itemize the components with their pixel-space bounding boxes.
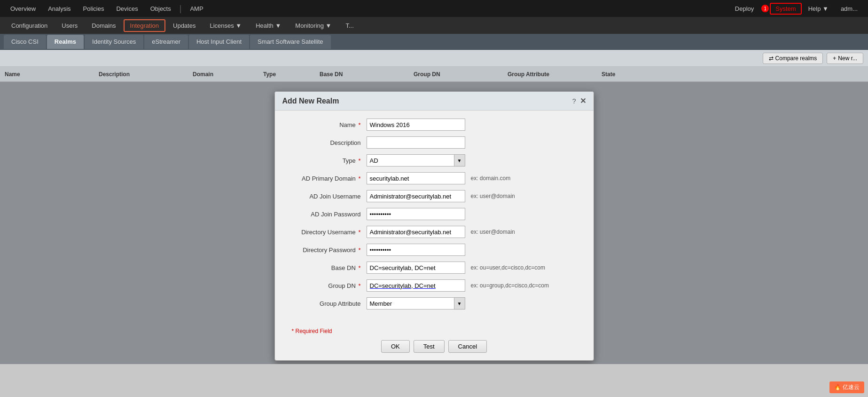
nav-objects[interactable]: Objects — [145, 2, 177, 15]
system-button[interactable]: System — [770, 3, 801, 15]
tab-smart-software[interactable]: Smart Software Satellite — [250, 35, 330, 49]
top-navigation: Overview Analysis Policies Devices Objec… — [0, 0, 868, 17]
help-icon[interactable]: ? — [572, 97, 576, 105]
help-button[interactable]: Help ▼ — [803, 2, 834, 15]
close-icon[interactable]: ✕ — [580, 96, 586, 105]
base-dn-input[interactable] — [367, 262, 465, 274]
tab-realms[interactable]: Realms — [47, 35, 84, 49]
ad-join-password-input[interactable] — [367, 208, 465, 220]
tab-identity-sources[interactable]: Identity Sources — [85, 35, 143, 49]
tab-host-input[interactable]: Host Input Client — [189, 35, 249, 49]
nav-analysis[interactable]: Analysis — [42, 2, 76, 15]
second-navigation: Configuration Users Domains Integration … — [0, 17, 868, 34]
cancel-button[interactable]: Cancel — [448, 340, 487, 353]
ad-join-password-label: AD Join Password — [284, 211, 367, 218]
group-dn-label: Group DN * — [284, 282, 367, 289]
description-label: Description — [284, 139, 367, 146]
tab-cisco-csi[interactable]: Cisco CSI — [4, 35, 46, 49]
nav-configuration[interactable]: Configuration — [5, 19, 54, 32]
modal-overlay: Add New Realm ? ✕ Name * Description — [0, 82, 868, 364]
nav-t[interactable]: T... — [339, 19, 360, 32]
nav-separator: | — [178, 4, 184, 14]
ad-join-username-hint: ex: user@domain — [471, 193, 515, 199]
nav-domains[interactable]: Domains — [85, 19, 122, 32]
type-select[interactable]: AD LDAP — [367, 154, 465, 167]
plus-icon: + — [833, 55, 836, 62]
nav-devices[interactable]: Devices — [110, 2, 143, 15]
directory-password-input[interactable] — [367, 244, 465, 256]
description-input[interactable] — [367, 136, 465, 149]
name-label: Name * — [284, 121, 367, 128]
notification-badge[interactable]: 1 — [761, 5, 769, 12]
directory-username-label: Directory Username * — [284, 229, 367, 236]
col-groupattr: Group Attribute — [508, 71, 602, 78]
modal-footer: * Required Field OK Test Cancel — [275, 322, 594, 360]
directory-password-row: Directory Password * — [284, 243, 584, 256]
name-input[interactable] — [367, 119, 465, 131]
name-row: Name * — [284, 118, 584, 131]
group-attribute-select[interactable]: Member memberOf uniqueMember — [367, 297, 465, 310]
ad-join-username-label: AD Join Username — [284, 193, 367, 200]
nav-licenses[interactable]: Licenses ▼ — [203, 19, 248, 32]
main-content: Add New Realm ? ✕ Name * Description — [0, 82, 868, 364]
tab-bar: Cisco CSI Realms Identity Sources eStrea… — [0, 34, 868, 50]
ad-primary-domain-row: AD Primary Domain * ex: domain.com — [284, 172, 584, 185]
type-label: Type * — [284, 157, 367, 164]
ad-primary-domain-hint: ex: domain.com — [471, 175, 511, 182]
modal-buttons: OK Test Cancel — [282, 340, 586, 353]
col-state: State — [602, 71, 649, 78]
group-dn-hint: ex: ou=group,dc=cisco,dc=com — [471, 282, 549, 289]
description-row: Description — [284, 136, 584, 149]
nav-integration[interactable]: Integration — [124, 19, 165, 32]
required-note: * Required Field — [282, 328, 586, 334]
top-nav-right: Deploy 1 System Help ▼ adm... — [729, 2, 863, 15]
nav-amp[interactable]: AMP — [184, 2, 209, 15]
base-dn-row: Base DN * ex: ou=user,dc=cisco,dc=com — [284, 261, 584, 274]
modal-header-actions: ? ✕ — [572, 96, 586, 105]
ad-join-password-row: AD Join Password — [284, 207, 584, 221]
group-attribute-row: Group Attribute Member memberOf uniqueMe… — [284, 297, 584, 310]
col-groupdn: Group DN — [414, 71, 508, 78]
table-header: Name Description Domain Type Base DN Gro… — [0, 67, 868, 82]
directory-username-hint: ex: user@domain — [471, 229, 515, 235]
new-realm-button[interactable]: + New r... — [827, 53, 863, 64]
ad-join-username-row: AD Join Username ex: user@domain — [284, 190, 584, 203]
tab-estreamer[interactable]: eStreamer — [144, 35, 188, 49]
nav-monitoring[interactable]: Monitoring ▼ — [289, 19, 338, 32]
ad-primary-domain-input[interactable] — [367, 172, 465, 184]
directory-username-row: Directory Username * ex: user@domain — [284, 225, 584, 238]
col-description: Description — [99, 71, 193, 78]
modal-header: Add New Realm ? ✕ — [275, 92, 594, 111]
ad-join-username-input[interactable] — [367, 190, 465, 202]
modal-body: Name * Description Type * AD — [275, 111, 594, 322]
col-name: Name — [5, 71, 99, 78]
nav-users[interactable]: Users — [55, 19, 84, 32]
col-domain: Domain — [193, 71, 263, 78]
type-select-wrapper: AD LDAP ▼ — [367, 154, 465, 167]
nav-health[interactable]: Health ▼ — [249, 19, 288, 32]
base-dn-hint: ex: ou=user,dc=cisco,dc=com — [471, 264, 545, 271]
group-attribute-label: Group Attribute — [284, 300, 367, 307]
directory-username-input[interactable] — [367, 226, 465, 238]
nav-overview[interactable]: Overview — [5, 2, 41, 15]
compare-realms-button[interactable]: ⇄ Compare realms — [763, 53, 823, 64]
admin-label: adm... — [835, 2, 863, 15]
base-dn-label: Base DN * — [284, 264, 367, 271]
col-type: Type — [263, 71, 320, 78]
ok-button[interactable]: OK — [381, 340, 410, 353]
nav-policies[interactable]: Policies — [78, 2, 110, 15]
modal-title: Add New Realm — [282, 97, 339, 105]
group-dn-input[interactable] — [367, 279, 465, 292]
test-button[interactable]: Test — [414, 340, 445, 353]
group-attribute-select-wrapper: Member memberOf uniqueMember ▼ — [367, 297, 465, 310]
deploy-button[interactable]: Deploy — [729, 2, 759, 15]
type-row: Type * AD LDAP ▼ — [284, 154, 584, 167]
compare-icon: ⇄ — [769, 55, 774, 62]
add-realm-modal: Add New Realm ? ✕ Name * Description — [274, 91, 594, 361]
col-basedn: Base DN — [320, 71, 414, 78]
nav-updates[interactable]: Updates — [166, 19, 202, 32]
group-dn-row: Group DN * ex: ou=group,dc=cisco,dc=com — [284, 279, 584, 292]
action-bar: ⇄ Compare realms + New r... — [0, 50, 868, 67]
ad-primary-domain-label: AD Primary Domain * — [284, 175, 367, 182]
directory-password-label: Directory Password * — [284, 246, 367, 254]
